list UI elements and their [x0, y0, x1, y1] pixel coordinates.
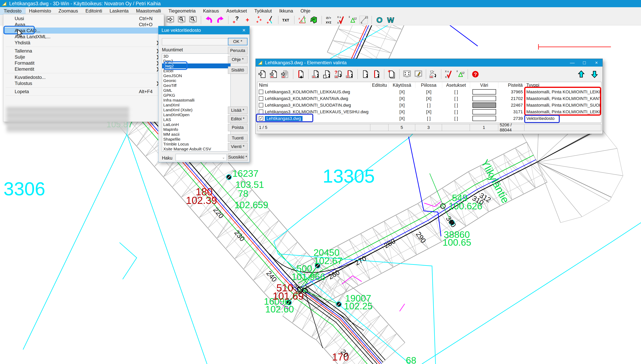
w-tool-icon[interactable]: W: [386, 15, 396, 24]
add-points-icon[interactable]: +++: [254, 15, 264, 24]
converter-geojson[interactable]: GeoJSON: [162, 73, 230, 78]
file-menu-item-lopeta[interactable]: LopetaAlt+F4: [3, 88, 164, 94]
menu-zoomaus[interactable]: Zoomaus: [55, 7, 82, 14]
row-checkbox[interactable]: [259, 103, 263, 108]
move-down-icon[interactable]: [589, 69, 600, 80]
fit-screen-icon[interactable]: [402, 69, 412, 80]
menu-ikkuna[interactable]: Ikkuna: [276, 7, 297, 14]
read-mesh-icon[interactable]: [280, 69, 291, 80]
file-menu-item-formaatit[interactable]: Formaatit❯: [3, 60, 164, 66]
zoom-in-screen-icon[interactable]: +: [176, 15, 187, 24]
converter-3d[interactable]: 3D: [162, 54, 230, 58]
add-doc-icon[interactable]: +: [386, 69, 397, 80]
converter-trimble-locus[interactable]: Trimble Locus: [162, 142, 230, 146]
file-menu-item-kuvatiedosto-[interactable]: Kuvatiedosto...: [3, 74, 164, 80]
help-icon[interactable]: ?: [470, 69, 481, 80]
file-menu-item-elementit[interactable]: Elementit❯: [3, 66, 164, 72]
check-coords-icon[interactable]: X x.X:: [336, 15, 346, 24]
filename-input[interactable]: [162, 38, 231, 45]
column-header-asetukset[interactable]: Asetukset: [442, 82, 470, 88]
menu-työkalut[interactable]: Työkalut: [250, 7, 276, 14]
redo-icon[interactable]: [215, 15, 226, 24]
color-swatch[interactable]: [472, 116, 496, 121]
save-doc-redl-icon[interactable]: [345, 69, 355, 80]
rotate-icon[interactable]: O: [374, 15, 385, 24]
converter-landxml-xsite-[interactable]: LandXml (Xsite): [162, 108, 230, 112]
save-doc-query-icon[interactable]: ?: [334, 69, 344, 80]
column-header-pisteitä[interactable]: Pisteitä: [498, 82, 525, 88]
row-checkbox[interactable]: [259, 90, 263, 94]
color-swatch[interactable]: [472, 89, 496, 94]
button-poista[interactable]: Poista: [228, 124, 248, 131]
zoom-out-screen-icon[interactable]: −: [188, 15, 198, 24]
row-name[interactable]: Lehtikangas3_KOLMIOINTI_SUODATIN.dwg: [265, 102, 351, 108]
button-editoi[interactable]: Editoi *: [228, 115, 248, 123]
converter-mm-ascii[interactable]: MM ascii: [162, 132, 230, 137]
file-menu-item-avaa-landxml-[interactable]: Avaa LandXML...: [3, 34, 164, 40]
check-xx-icon[interactable]: X x.X:: [444, 69, 454, 80]
menu-kairaus[interactable]: Kairaus: [200, 7, 223, 14]
undo-icon[interactable]: [204, 15, 214, 24]
elements-dialog-titlebar[interactable]: Lehtikangas3.dwg - Elementtien valinta —…: [256, 59, 602, 66]
button-lis[interactable]: Lisää *: [228, 106, 248, 114]
column-header-piilossa[interactable]: Piilossa: [416, 82, 442, 88]
copy-doc-icon[interactable]: [360, 69, 370, 80]
close-icon[interactable]: ×: [238, 26, 250, 34]
column-header-nimi[interactable]: Nimi: [258, 82, 370, 88]
converter-gml[interactable]: GML: [162, 88, 230, 93]
triangle-12-icon[interactable]: x̄12: [455, 69, 466, 80]
column-header-käytössä[interactable]: Käytössä: [389, 82, 416, 88]
converter-geotiff[interactable]: GeoTiff: [162, 83, 230, 88]
menu-tiedosto[interactable]: Tiedosto: [0, 7, 25, 14]
button-ohje[interactable]: Ohje *: [228, 56, 248, 63]
txt-icon[interactable]: TXT: [281, 15, 292, 24]
read-dialog-titlebar[interactable]: Lue vektoritiedosto ×: [158, 26, 250, 34]
color-swatch[interactable]: [472, 109, 496, 114]
menu-ohje[interactable]: Ohje: [297, 7, 314, 14]
menu-asetukset[interactable]: Asetukset: [223, 7, 250, 14]
column-header-editoitu[interactable]: Editoitu: [370, 82, 389, 88]
save-doc-as-icon[interactable]: [322, 69, 332, 80]
line-x21-icon[interactable]: 21x: [358, 15, 369, 24]
maximize-icon[interactable]: □: [578, 59, 590, 66]
add-point-query-icon[interactable]: +?: [231, 15, 242, 24]
menu-editointi[interactable]: Editointi: [82, 7, 106, 14]
color-swatch[interactable]: [472, 102, 496, 108]
converter-latlonh[interactable]: LatLonH: [162, 122, 230, 127]
angle-triangle-icon[interactable]: AαB: [297, 15, 308, 24]
area-m2-icon[interactable]: m²: [308, 15, 319, 24]
xyz-icon[interactable]: ⊘/+XYZ: [324, 15, 335, 24]
move-up-icon[interactable]: [576, 69, 586, 80]
converter-shapefile[interactable]: Shapefile: [162, 137, 230, 142]
converter-landxmlopen[interactable]: LandXmlOpen: [162, 112, 230, 117]
menu-maastomalli[interactable]: Maastomalli: [132, 7, 165, 14]
button-peruuta[interactable]: Peruuta: [228, 47, 248, 54]
converter-geonic[interactable]: Geonic: [162, 78, 230, 83]
file-menu-item-uusi[interactable]: UusiCtrl+N: [3, 16, 164, 22]
button-vienti[interactable]: Vienti *: [228, 143, 248, 150]
read-doc-icon[interactable]: [258, 69, 268, 80]
points-arrow-icon[interactable]: [428, 69, 439, 80]
row-name[interactable]: Lehtikangas3_KOLMIOINTI_KANTAVA.dwg: [265, 95, 348, 102]
menu-tiegeometria[interactable]: Tiegeometria: [165, 7, 199, 14]
row-checkbox[interactable]: [259, 96, 263, 101]
triangle-12-icon[interactable]: x̄12: [347, 15, 358, 24]
search-combo[interactable]: ⌄: [176, 154, 227, 161]
file-menu-item-sulje[interactable]: Sulje❯: [3, 54, 164, 60]
converter-mapinfo[interactable]: MapInfo: [162, 127, 230, 132]
save-doc-icon[interactable]: [311, 69, 321, 80]
pan-screen-icon[interactable]: [165, 15, 176, 24]
new-doc-plus-icon[interactable]: [296, 69, 306, 80]
read-doc-red-icon[interactable]: [269, 69, 280, 80]
converter-gpkg[interactable]: GPKG: [162, 93, 230, 98]
button-suosikki[interactable]: Suosikki *: [228, 154, 248, 161]
line-point-icon[interactable]: +: [265, 15, 276, 24]
button-sislt[interactable]: Sisältö: [228, 66, 248, 74]
copy-doc-redl-icon[interactable]: [371, 69, 382, 80]
color-swatch[interactable]: [472, 96, 496, 101]
converter-infra-maastomalli[interactable]: Infra maastomalli: [162, 98, 230, 102]
button-tuonti[interactable]: Tuonti: [228, 134, 248, 142]
draw-screen-icon[interactable]: [413, 69, 424, 80]
converter-landxml[interactable]: LandXml: [162, 102, 230, 108]
close-icon[interactable]: ×: [590, 59, 602, 66]
